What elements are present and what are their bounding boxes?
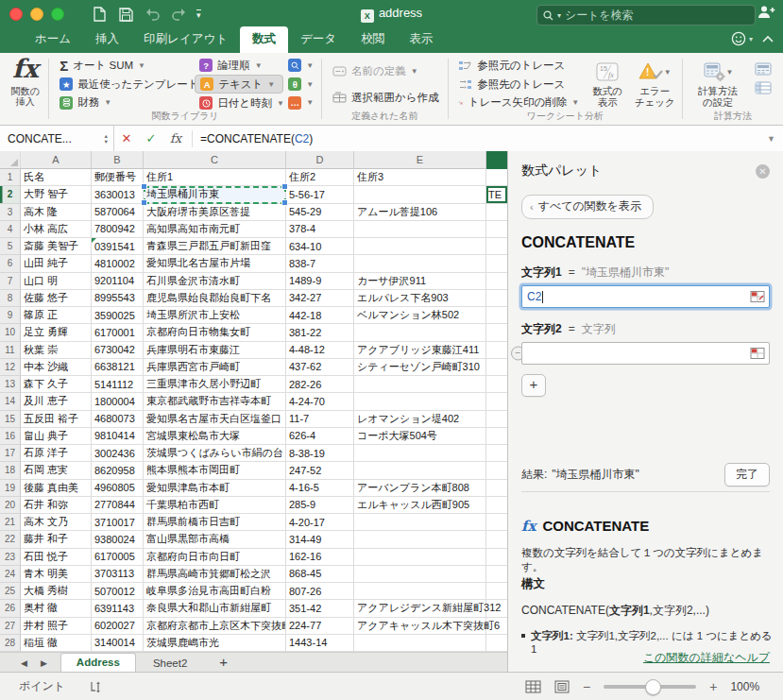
column-header-D[interactable]: D	[286, 151, 354, 169]
cell-A4[interactable]: 小林 高広	[21, 221, 92, 238]
cell-D21[interactable]: 4-20-17	[286, 514, 354, 531]
cell-E25[interactable]	[354, 583, 486, 600]
done-button[interactable]: 完了	[724, 463, 770, 487]
cell-E12[interactable]: シティーセゾン戸崎町310	[354, 359, 486, 376]
cell-E22[interactable]	[354, 531, 486, 548]
cell-C6[interactable]: 愛知県北名古屋市片場	[144, 255, 286, 272]
cell-F8[interactable]	[486, 290, 507, 307]
cell-F18[interactable]	[486, 462, 507, 479]
cell-E18[interactable]	[354, 462, 486, 479]
range-picker-icon[interactable]	[750, 348, 765, 360]
cell-C23[interactable]: 京都府向日市向日町	[144, 549, 286, 566]
cell-F14[interactable]	[486, 393, 507, 410]
cell-F12[interactable]	[486, 359, 507, 376]
zoom-in-icon[interactable]: +	[709, 680, 717, 693]
cell-A21[interactable]: 高木 文乃	[21, 514, 92, 531]
row-header-13[interactable]: 13	[0, 376, 21, 393]
cell-F25[interactable]	[486, 583, 507, 600]
cell-B5[interactable]: 0391541	[92, 238, 144, 255]
cell-D27[interactable]: 224-77	[286, 618, 354, 635]
column-header-E[interactable]: E	[354, 151, 486, 169]
cell-B22[interactable]: 9380024	[92, 531, 144, 548]
cell-C20[interactable]: 千葉県柏市西町	[144, 497, 286, 514]
cell-A3[interactable]: 高木 隆	[21, 204, 92, 221]
formula-input[interactable]: =CONCATENATE(C2)	[200, 132, 767, 145]
cell-C17[interactable]: 茨城県つくばみらい市絹の台	[144, 445, 286, 462]
cell-E27[interactable]: アクアキャッスル木下突抜町6	[354, 618, 486, 635]
cell-D25[interactable]: 807-26	[286, 583, 354, 600]
cell-E19[interactable]: アーバンプラン本町808	[354, 480, 486, 497]
range-handle-icon[interactable]	[141, 183, 147, 190]
cell-B6[interactable]: 4810002	[92, 255, 144, 272]
cell-C26[interactable]: 奈良県大和郡山市新紺屋町	[144, 600, 286, 617]
cell-A15[interactable]: 五反田 裕子	[21, 411, 92, 428]
cell-C28[interactable]: 茨城県鹿嶋市光	[144, 635, 286, 652]
cell-F9[interactable]	[486, 307, 507, 324]
cell-B26[interactable]: 6391143	[92, 600, 144, 617]
cell-D3[interactable]: 545-29	[286, 204, 354, 221]
cell-F1[interactable]	[486, 169, 507, 186]
row-header-14[interactable]: 14	[0, 393, 21, 410]
cell-B2[interactable]: 3630013	[92, 186, 144, 203]
cell-F20[interactable]	[486, 497, 507, 514]
calculation-options-button[interactable]: ▼ 計算方法の設定	[689, 57, 747, 111]
cell-C10[interactable]: 京都府向日市物集女町	[144, 324, 286, 341]
cell-F7[interactable]	[486, 273, 507, 290]
cell-D28[interactable]: 1443-14	[286, 635, 354, 652]
cell-B12[interactable]: 6638121	[92, 359, 144, 376]
column-header-B[interactable]: B	[92, 151, 144, 169]
tab-insert[interactable]: 挿入	[83, 26, 131, 53]
tab-home[interactable]: ホーム	[23, 26, 83, 53]
tab-page-layout[interactable]: 印刷レイアウト	[131, 26, 240, 53]
cell-E1[interactable]: 住所3	[354, 169, 486, 186]
row-header-22[interactable]: 22	[0, 531, 21, 548]
undo-icon[interactable]	[144, 6, 161, 23]
close-window-button[interactable]	[9, 8, 23, 21]
cell-D19[interactable]: 4-16-5	[286, 480, 354, 497]
cell-E11[interactable]: アクアブリッジ東藤江411	[354, 342, 486, 359]
row-header-9[interactable]: 9	[0, 307, 21, 324]
range-handle-icon[interactable]	[141, 199, 147, 206]
cell-C12[interactable]: 兵庫県西宮市戸崎町	[144, 359, 286, 376]
cell-A25[interactable]: 大橋 秀樹	[21, 583, 92, 600]
cell-E4[interactable]	[354, 221, 486, 238]
cell-D17[interactable]: 8-38-19	[286, 445, 354, 462]
cell-E10[interactable]	[354, 324, 486, 341]
cell-B8[interactable]: 8995543	[92, 290, 144, 307]
cell-E13[interactable]	[354, 376, 486, 393]
cell-A5[interactable]: 斎藤 美智子	[21, 238, 92, 255]
cell-F22[interactable]	[486, 531, 507, 548]
cell-C4[interactable]: 高知県高知市南元町	[144, 221, 286, 238]
cell-D23[interactable]: 162-16	[286, 549, 354, 566]
math-trig-button[interactable]: θ▼	[283, 76, 317, 94]
cell-D18[interactable]: 247-52	[286, 462, 354, 479]
cell-A11[interactable]: 秋葉 崇	[21, 342, 92, 359]
cell-A8[interactable]: 佐藤 悠子	[21, 290, 92, 307]
cell-A10[interactable]: 足立 勇輝	[21, 324, 92, 341]
cell-C15[interactable]: 愛知県名古屋市天白区塩釜口	[144, 411, 286, 428]
cell-D4[interactable]: 378-4	[286, 221, 354, 238]
trace-precedents-button[interactable]: 参照元のトレース	[453, 57, 584, 75]
cell-B7[interactable]: 9201104	[92, 273, 144, 290]
cell-B11[interactable]: 6730042	[92, 342, 144, 359]
zoom-out-icon[interactable]: −	[583, 680, 590, 693]
cell-B19[interactable]: 4960805	[92, 480, 144, 497]
cell-F5[interactable]	[486, 238, 507, 255]
cell-D22[interactable]: 314-49	[286, 531, 354, 548]
cell-B14[interactable]: 1800004	[92, 393, 144, 410]
cell-E21[interactable]	[354, 514, 486, 531]
cell-F10[interactable]	[486, 324, 507, 341]
show-all-functions-button[interactable]: ‹ すべての関数を表示	[521, 195, 654, 219]
row-header-8[interactable]: 8	[0, 290, 21, 307]
calculate-sheet-button[interactable]	[755, 81, 772, 94]
cell-A7[interactable]: 山口 明	[21, 273, 92, 290]
name-box[interactable]: CONCATE... ▲▼	[0, 126, 114, 151]
cell-E14[interactable]	[354, 393, 486, 410]
cell-E8[interactable]: エルパレス下名903	[354, 290, 486, 307]
cell-B1[interactable]: 郵便番号	[92, 169, 144, 186]
cell-B15[interactable]: 4680073	[92, 411, 144, 428]
cell-E6[interactable]	[354, 255, 486, 272]
cell-C21[interactable]: 群馬県前橋市日吉町	[144, 514, 286, 531]
show-formulas-button[interactable]: 15fx 数式の表示	[584, 57, 631, 111]
confirm-entry-icon[interactable]: ✓	[139, 131, 163, 145]
